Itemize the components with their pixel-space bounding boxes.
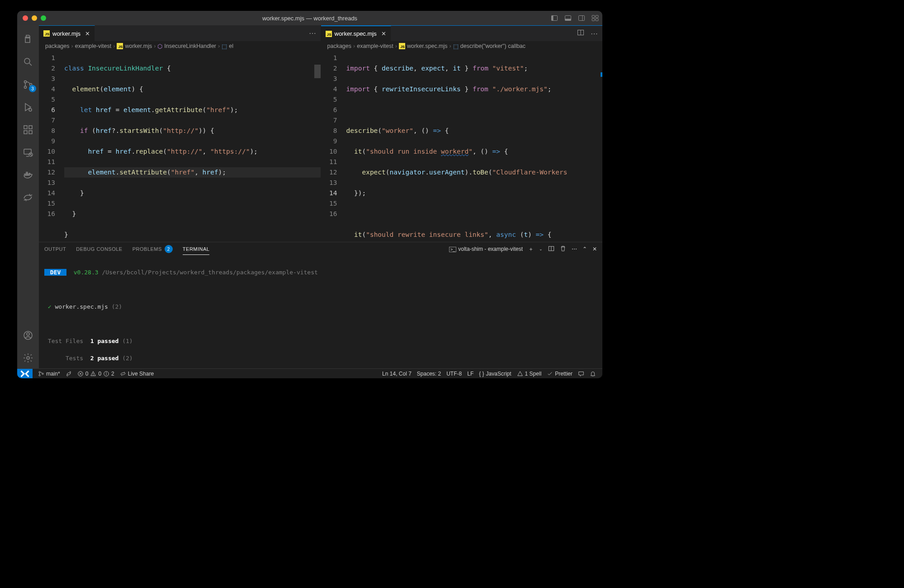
indentation-indicator[interactable]: Spaces: 2: [414, 371, 444, 377]
scrollbar-overview[interactable]: [314, 65, 321, 78]
more-actions-icon[interactable]: ⋯: [309, 29, 316, 38]
live-share-indicator[interactable]: Live Share: [117, 371, 156, 377]
new-terminal-icon[interactable]: ＋: [528, 245, 534, 253]
tab-worker-mjs[interactable]: JS worker.mjs ✕: [39, 25, 95, 41]
breadcrumb-segment[interactable]: el: [229, 43, 233, 49]
notifications-icon[interactable]: [587, 371, 599, 377]
remote-explorer-icon[interactable]: [17, 142, 39, 163]
split-terminal-icon[interactable]: [548, 245, 554, 253]
panel-more-icon[interactable]: ⋯: [572, 246, 577, 252]
gutter-right: 1 2 3 4 5 6 7 8 9 10 11 12 13: [321, 51, 346, 242]
breadcrumb-left[interactable]: packages › example-vitest › JS worker.mj…: [39, 41, 321, 51]
accounts-icon[interactable]: [17, 325, 39, 346]
chevron-right-icon: ›: [154, 43, 156, 49]
breadcrumb-segment[interactable]: packages: [45, 43, 70, 49]
js-file-icon: JS: [326, 31, 332, 37]
explorer-icon[interactable]: [17, 29, 39, 50]
sync-indicator[interactable]: [63, 371, 75, 377]
panel-tab-terminal[interactable]: TERMINAL: [183, 246, 210, 255]
svg-line-24: [29, 153, 32, 156]
fullscreen-window-icon[interactable]: [41, 15, 46, 21]
more-actions-icon[interactable]: ⋯: [591, 29, 598, 38]
feedback-icon[interactable]: [575, 371, 587, 377]
close-tab-icon[interactable]: ✕: [85, 30, 90, 37]
panel-tab-problems[interactable]: PROBLEMS 2: [133, 245, 173, 253]
spell-indicator[interactable]: 1 Spell: [514, 371, 544, 377]
terminal-output[interactable]: DEV v0.28.3 /Users/bcoll/Projects/worker…: [39, 256, 602, 368]
maximize-panel-icon[interactable]: ⌃: [582, 246, 587, 252]
terminal-dropdown-icon[interactable]: ⌄: [539, 247, 543, 251]
run-debug-icon[interactable]: [17, 97, 39, 118]
tab-row-right: JS worker.spec.mjs ✕ ⋯: [321, 25, 603, 41]
editor-group-right: JS worker.spec.mjs ✕ ⋯ packages ›: [321, 25, 603, 242]
js-file-icon: JS: [117, 43, 123, 49]
svg-rect-18: [24, 131, 27, 134]
breadcrumb-segment[interactable]: example-vitest: [75, 43, 112, 49]
layout-panel-icon[interactable]: [564, 14, 572, 22]
terminal-shell-label[interactable]: >_volta-shim - example-vitest: [449, 246, 523, 252]
remote-indicator[interactable]: [17, 369, 33, 379]
svg-rect-3: [565, 19, 571, 21]
test-files-count: (1): [122, 338, 133, 344]
close-tab-icon[interactable]: ✕: [381, 30, 386, 37]
workbench-body: 3 JS worker.mjs ✕: [17, 25, 602, 368]
share-icon[interactable]: [17, 187, 39, 208]
line-number: 11: [39, 157, 55, 167]
line-number: 10: [39, 146, 55, 157]
chevron-right-icon: ›: [71, 43, 73, 49]
breadcrumb-right[interactable]: packages › example-vitest › JS worker.sp…: [321, 41, 603, 51]
eol-indicator[interactable]: LF: [464, 371, 476, 377]
settings-gear-icon[interactable]: [17, 348, 39, 368]
source-control-icon[interactable]: 3: [17, 74, 39, 95]
svg-point-12: [24, 81, 27, 83]
line-number: 4: [39, 84, 55, 94]
svg-rect-26: [26, 174, 28, 175]
split-editor-icon[interactable]: [577, 29, 584, 38]
panel-tab-output[interactable]: OUTPUT: [44, 246, 66, 252]
svg-rect-9: [596, 19, 598, 21]
line-number: 7: [39, 115, 55, 126]
panel-tab-debug-console[interactable]: DEBUG CONSOLE: [76, 246, 122, 252]
problems-indicator[interactable]: 0 0 2: [75, 371, 117, 377]
close-panel-icon[interactable]: ✕: [592, 246, 597, 252]
main-area: JS worker.mjs ✕ ⋯ packages › example-vit…: [39, 25, 602, 368]
code-editor-right[interactable]: 1 2 3 4 5 6 7 8 9 10 11 12 13: [321, 51, 603, 242]
method-symbol-icon: ⬚: [222, 43, 227, 50]
cursor-position[interactable]: Ln 14, Col 7: [379, 371, 414, 377]
code-editor-left[interactable]: 1 2 3 4 5 6 7 8 9 10 11 12 13: [39, 51, 321, 242]
breadcrumb-segment[interactable]: InsecureLinkHandler: [164, 43, 216, 49]
line-number: 13: [321, 178, 337, 188]
panel: OUTPUT DEBUG CONSOLE PROBLEMS 2 TERMINAL…: [39, 242, 602, 368]
line-number: 8: [321, 126, 337, 136]
layout-primary-side-icon[interactable]: [551, 14, 558, 22]
encoding-indicator[interactable]: UTF-8: [444, 371, 464, 377]
line-number: 6: [321, 105, 337, 115]
close-window-icon[interactable]: [23, 15, 28, 21]
extensions-icon[interactable]: [17, 119, 39, 140]
code-text-right[interactable]: import { describe, expect, it } from "vi…: [346, 51, 603, 242]
branch-indicator[interactable]: main*: [35, 371, 63, 377]
language-mode-indicator[interactable]: { } JavaScript: [476, 371, 514, 377]
layout-secondary-side-icon[interactable]: [578, 14, 585, 22]
layout-customize-icon[interactable]: [592, 14, 599, 22]
breadcrumb-segment[interactable]: example-vitest: [357, 43, 393, 49]
line-number: 8: [39, 126, 55, 136]
prettier-indicator[interactable]: Prettier: [544, 371, 575, 377]
svg-rect-8: [592, 19, 595, 21]
line-number: 16: [39, 209, 55, 219]
code-text-left[interactable]: class InsecureLinkHandler { element(elem…: [64, 51, 321, 242]
docker-icon[interactable]: [17, 165, 39, 185]
kill-terminal-icon[interactable]: [560, 245, 566, 253]
line-number: 14: [39, 188, 55, 198]
breadcrumb-segment[interactable]: describe("worker") callbac: [460, 43, 525, 49]
chevron-right-icon: ›: [395, 43, 397, 49]
svg-point-16: [29, 108, 32, 111]
vscode-window: worker.spec.mjs — workerd_threads 3: [17, 11, 602, 378]
breadcrumb-segment[interactable]: worker.mjs: [125, 43, 152, 49]
tests-label: Tests: [66, 355, 83, 362]
tab-worker-spec[interactable]: JS worker.spec.mjs ✕: [321, 26, 391, 41]
minimize-window-icon[interactable]: [32, 15, 37, 21]
breadcrumb-segment[interactable]: packages: [327, 43, 352, 49]
breadcrumb-segment[interactable]: worker.spec.mjs: [407, 43, 448, 49]
search-icon[interactable]: [17, 52, 39, 72]
